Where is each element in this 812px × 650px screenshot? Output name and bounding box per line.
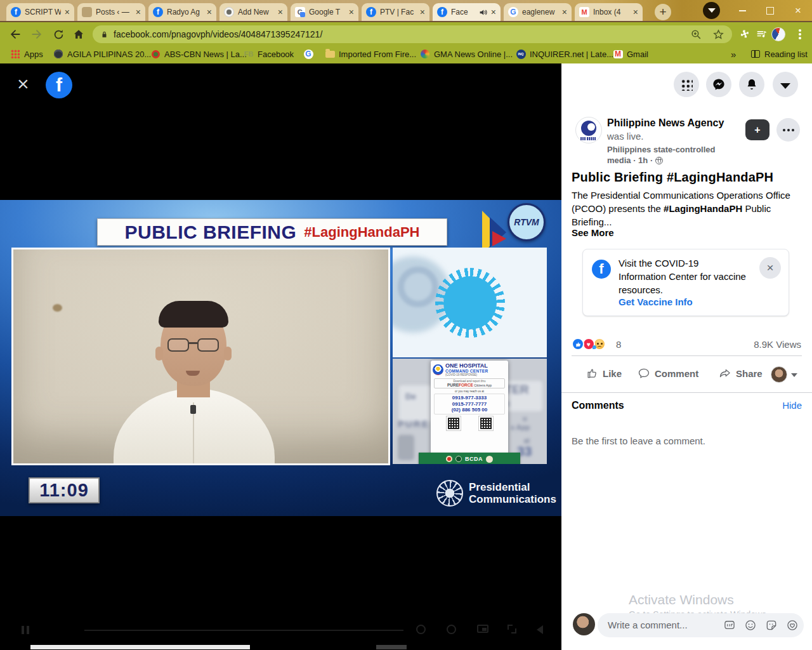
back-button[interactable] [6, 25, 24, 43]
bookmark-abscbn[interactable]: ABS-CBN News | La... [150, 44, 247, 63]
new-tab-button[interactable] [655, 4, 671, 20]
watch-together-icon[interactable] [416, 625, 428, 635]
address-bar[interactable]: facebook.com/pnagovph/videos/40484713952… [93, 25, 732, 43]
messenger-button[interactable] [706, 72, 731, 97]
tab-posts[interactable]: Posts ‹ — × [77, 3, 145, 21]
poster-tagline: (COVID-19 RESPONSE) [445, 373, 488, 376]
emoji-icon[interactable] [744, 619, 757, 632]
facebook-logo[interactable] [46, 72, 72, 98]
window-close-button[interactable] [784, 0, 812, 21]
commenter-avatar[interactable] [771, 366, 787, 383]
home-button[interactable] [70, 25, 88, 43]
tab-radyo[interactable]: Radyo Ag × [148, 3, 216, 21]
url-text[interactable]: facebook.com/pnagovph/videos/40484713952… [114, 29, 322, 39]
fullscreen-icon[interactable] [508, 625, 519, 635]
gif-icon[interactable] [723, 619, 736, 632]
tab-close-icon[interactable]: × [633, 8, 638, 17]
avatar-sticker-icon[interactable] [786, 619, 799, 632]
tab-label: Inbox (4 [593, 8, 629, 17]
bookmark-agila[interactable]: AGILA PILIPINAS 20... [53, 44, 151, 63]
zoom-icon[interactable] [690, 29, 702, 41]
window-minimize-button[interactable] [728, 0, 756, 21]
bookmarks-overflow-chevron[interactable] [731, 44, 736, 63]
reading-list-button[interactable]: Reading list [750, 44, 808, 63]
bookmark-inquirer[interactable]: INQUIRER.net | Late... [516, 44, 613, 63]
see-more-link[interactable]: See More [572, 227, 614, 238]
eagle-extension-icon[interactable] [770, 26, 787, 43]
qr-code [479, 416, 493, 430]
comment-input[interactable]: Write a comment... [608, 620, 688, 630]
tab-script[interactable]: SCRIPT W × [6, 3, 74, 21]
banner-title: PUBLIC BRIEFING [125, 222, 297, 243]
reaction-count[interactable]: 8 [616, 339, 621, 350]
page-meta-time: media · 1h · [607, 156, 663, 165]
post-title: Public Briefing #LagingHandaPH [572, 170, 773, 185]
bookmark-facebook[interactable]: Facebook [244, 44, 294, 63]
site-favicon [224, 7, 234, 17]
tab-close-icon[interactable]: × [278, 8, 283, 17]
tab-google-translate[interactable]: Google T × [291, 3, 358, 21]
post-more-button[interactable] [776, 118, 800, 142]
tab-close-icon[interactable]: × [207, 8, 212, 17]
tab-close-icon[interactable]: × [491, 8, 496, 17]
tab-add-new[interactable]: Add New × [219, 3, 287, 21]
tab-close-icon[interactable]: × [65, 8, 70, 17]
bookmark-label: Gmail [627, 50, 648, 59]
follow-button[interactable] [745, 119, 769, 140]
seek-bar-segment[interactable] [30, 645, 250, 649]
video-player[interactable]: PUBLIC BRIEFING #LagingHandaPH RTVM [0, 63, 561, 650]
menu-grid-button[interactable] [674, 72, 699, 97]
like-button[interactable]: Like [586, 367, 622, 380]
video-progress-bar[interactable] [84, 630, 403, 631]
tab-search-caret-button[interactable] [703, 2, 720, 19]
picture-in-picture-icon[interactable] [477, 625, 488, 635]
bookmark-apps[interactable]: Apps [10, 44, 43, 63]
extensions-puzzle-icon[interactable] [736, 26, 752, 43]
comment-button[interactable]: Comment [638, 367, 698, 380]
bookmark-label: Apps [24, 50, 43, 59]
bookmark-google[interactable] [303, 44, 313, 63]
ellipsis-icon [787, 129, 790, 131]
close-video-icon[interactable] [17, 74, 29, 94]
bookmark-label: Facebook [258, 50, 294, 59]
playlist-extension-icon[interactable] [754, 26, 770, 43]
agency-seal-icon [446, 456, 452, 462]
account-menu-button[interactable] [773, 72, 798, 97]
hide-comments-link[interactable]: Hide [782, 400, 802, 411]
sticker-icon[interactable] [765, 619, 778, 632]
forward-button[interactable] [28, 25, 46, 43]
browser-menu-icon[interactable] [792, 26, 808, 43]
like-reaction-icon[interactable] [572, 338, 584, 350]
facebook-favicon [153, 7, 163, 17]
volume-icon[interactable] [537, 625, 548, 635]
tab-close-icon[interactable]: × [420, 8, 425, 17]
get-vaccine-info-link[interactable]: Get Vaccine Info [619, 296, 693, 307]
covid-card-close-icon[interactable] [759, 257, 781, 279]
covid-info-card: Visit the COVID-19 Information Center fo… [582, 249, 789, 316]
upload-quality-icon[interactable] [447, 625, 458, 635]
window-maximize-button[interactable] [756, 0, 784, 21]
tab-audio-icon[interactable] [479, 8, 487, 17]
page-avatar[interactable] [575, 117, 602, 143]
tab-close-icon[interactable]: × [136, 8, 141, 17]
bookmark-gmail[interactable]: Gmail [613, 44, 648, 63]
reload-button[interactable] [49, 25, 67, 43]
tab-eaglenews[interactable]: eaglenew × [504, 3, 572, 21]
bookmark-star-icon[interactable] [712, 29, 724, 41]
share-button[interactable]: Share [719, 367, 763, 380]
pause-button[interactable] [22, 626, 29, 634]
bookmark-gma[interactable]: GMA News Online |... [420, 44, 513, 63]
comment-composer[interactable]: Write a comment... [598, 613, 804, 637]
notifications-button[interactable] [739, 72, 764, 97]
tab-ptv[interactable]: PTV | Fac × [362, 3, 429, 21]
tab-close-icon[interactable]: × [562, 8, 567, 17]
tab-facebook-active[interactable]: Face × [433, 3, 501, 21]
tab-close-icon[interactable]: × [349, 8, 354, 17]
avatar-caret-icon[interactable] [791, 373, 797, 377]
seek-bar-segment-dark[interactable] [376, 645, 407, 649]
bookmark-imported-folder[interactable]: Imported From Fire... [325, 44, 416, 63]
video-frame[interactable]: PUBLIC BRIEFING #LagingHandaPH RTVM [0, 200, 561, 516]
facebook-favicon [437, 7, 447, 17]
tab-inbox[interactable]: Inbox (4 × [575, 3, 643, 21]
page-name-link[interactable]: Philippine News Agency [607, 117, 724, 129]
